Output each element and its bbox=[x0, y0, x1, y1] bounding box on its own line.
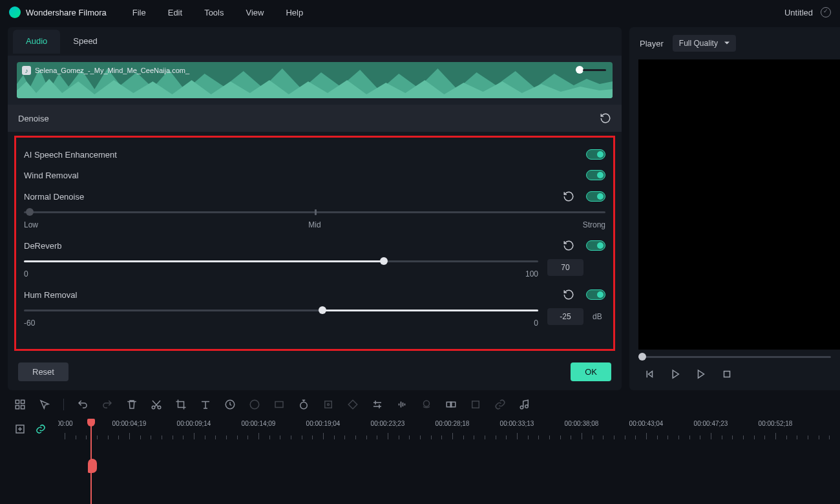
svg-rect-3 bbox=[16, 406, 19, 409]
menu-edit[interactable]: Edit bbox=[168, 8, 182, 17]
ruler-label: 00:00:04;19 bbox=[112, 420, 147, 427]
ruler-label: 00:00:33;13 bbox=[500, 420, 534, 427]
link-icon[interactable] bbox=[494, 399, 506, 410]
section-title: Denoise bbox=[18, 114, 49, 123]
group-icon[interactable] bbox=[445, 399, 457, 410]
svg-rect-4 bbox=[21, 406, 25, 409]
tab-speed[interactable]: Speed bbox=[60, 30, 110, 54]
player-viewport[interactable] bbox=[638, 59, 840, 350]
hum-value[interactable]: -25 bbox=[547, 308, 583, 325]
speed-icon[interactable] bbox=[224, 399, 236, 410]
link-toggle-icon[interactable] bbox=[35, 423, 47, 435]
reset-button[interactable]: Reset bbox=[18, 362, 68, 381]
svg-rect-9 bbox=[275, 402, 283, 408]
menu-file[interactable]: File bbox=[132, 8, 146, 17]
audio-adj-icon[interactable] bbox=[396, 399, 408, 410]
normal-denoise-toggle[interactable] bbox=[586, 191, 605, 202]
tracking-icon[interactable] bbox=[322, 399, 334, 410]
dereverb-value[interactable]: 70 bbox=[547, 259, 583, 276]
ai-speech-toggle[interactable] bbox=[586, 149, 605, 160]
add-track-icon[interactable] bbox=[14, 423, 26, 435]
svg-point-12 bbox=[328, 404, 330, 406]
menu-tools[interactable]: Tools bbox=[204, 8, 224, 17]
denoise-controls-group: AI Speech Enhancement Wind Removal Norma… bbox=[14, 136, 615, 351]
play-pause-icon[interactable] bbox=[669, 368, 681, 380]
menu-help[interactable]: Help bbox=[286, 8, 303, 17]
player-scrubber[interactable] bbox=[638, 356, 831, 358]
clip-filename: Selena_Gomez_-_My_Mind_Me_CeeNaija.com_ bbox=[35, 67, 189, 74]
hum-removal-slider[interactable] bbox=[24, 306, 538, 315]
timer-icon[interactable] bbox=[298, 399, 310, 410]
ruler-label: 00:00:19;04 bbox=[306, 420, 341, 427]
app-logo-icon bbox=[9, 6, 21, 18]
ruler-label: 00:00 bbox=[58, 420, 73, 427]
quality-select[interactable]: Full Quality bbox=[673, 35, 736, 52]
svg-point-6 bbox=[158, 406, 161, 409]
crop-icon[interactable] bbox=[175, 399, 187, 410]
music-note-icon: ♪ bbox=[22, 66, 31, 75]
menu-view[interactable]: View bbox=[246, 8, 264, 17]
panel-tabs: Audio Speed bbox=[8, 27, 622, 56]
text-icon[interactable] bbox=[200, 399, 211, 410]
redo-icon[interactable] bbox=[101, 399, 113, 410]
timeline-tracks[interactable] bbox=[0, 439, 840, 504]
ok-button[interactable]: OK bbox=[571, 362, 611, 381]
stop-icon[interactable] bbox=[721, 368, 733, 380]
ruler-label: 00:00:28;18 bbox=[436, 420, 470, 427]
document-title: Untitled bbox=[784, 8, 813, 17]
hum-unit: dB bbox=[593, 312, 605, 321]
ruler-label: 00:00:09;14 bbox=[177, 420, 211, 427]
cursor-icon[interactable] bbox=[39, 399, 50, 410]
svg-point-10 bbox=[300, 402, 308, 409]
normal-denoise-slider[interactable] bbox=[24, 207, 605, 216]
hum-min: -60 bbox=[24, 319, 35, 328]
hum-max: 0 bbox=[534, 319, 538, 328]
sync-status-icon[interactable] bbox=[821, 7, 831, 17]
svg-point-8 bbox=[250, 400, 259, 409]
player-panel: Player Full Quality bbox=[629, 27, 840, 390]
svg-point-5 bbox=[152, 406, 155, 409]
ruler-label: 00:00:52;18 bbox=[759, 420, 793, 427]
timeline-toolbar bbox=[0, 393, 840, 416]
dereverb-max: 100 bbox=[525, 269, 538, 278]
tab-audio[interactable]: Audio bbox=[13, 30, 60, 54]
normal-denoise-label: Normal Denoise bbox=[24, 192, 84, 202]
beat-icon[interactable] bbox=[519, 399, 530, 410]
dereverb-toggle[interactable] bbox=[586, 240, 605, 251]
audio-clip[interactable]: ♪ Selena_Gomez_-_My_Mind_Me_CeeNaija.com… bbox=[17, 62, 613, 98]
render-icon[interactable] bbox=[470, 399, 481, 410]
dereverb-slider[interactable] bbox=[24, 257, 538, 266]
ruler-label: 00:00:43;04 bbox=[629, 420, 664, 427]
playhead[interactable] bbox=[90, 419, 92, 504]
dereverb-reset-icon[interactable] bbox=[563, 240, 574, 251]
keyframe-icon[interactable] bbox=[347, 399, 359, 410]
wind-removal-toggle[interactable] bbox=[586, 170, 605, 180]
wind-removal-label: Wind Removal bbox=[24, 171, 79, 180]
hum-removal-label: Hum Removal bbox=[24, 290, 77, 300]
separator bbox=[63, 399, 64, 410]
grid-icon[interactable] bbox=[14, 399, 26, 410]
ruler-label: 00:00:14;09 bbox=[242, 420, 276, 427]
adjust-icon[interactable] bbox=[372, 399, 383, 410]
color-icon[interactable] bbox=[249, 399, 260, 410]
hum-removal-toggle[interactable] bbox=[586, 289, 605, 300]
slider-low-label: Low bbox=[24, 220, 38, 229]
hum-reset-icon[interactable] bbox=[563, 289, 574, 300]
cut-icon[interactable] bbox=[151, 399, 162, 410]
svg-rect-11 bbox=[325, 401, 332, 408]
effects-icon[interactable] bbox=[273, 399, 285, 410]
timeline-marker[interactable] bbox=[88, 459, 97, 473]
ruler-label: 00:00:23;23 bbox=[371, 420, 405, 427]
timeline: 00:0000:00:04;1900:00:09;1400:00:14;0900… bbox=[0, 416, 840, 504]
normal-denoise-reset-icon[interactable] bbox=[563, 191, 574, 202]
reset-section-icon[interactable] bbox=[600, 112, 611, 124]
timeline-ruler[interactable]: 00:0000:00:04;1900:00:09;1400:00:14;0900… bbox=[58, 419, 840, 439]
delete-icon[interactable] bbox=[126, 399, 138, 410]
undo-icon[interactable] bbox=[77, 399, 89, 410]
prev-frame-icon[interactable] bbox=[644, 368, 655, 380]
next-frame-icon[interactable] bbox=[695, 368, 707, 380]
mask-icon[interactable] bbox=[421, 399, 432, 410]
menubar: Wondershare Filmora File Edit Tools View… bbox=[0, 0, 840, 25]
ruler-label: 00:00:47;23 bbox=[694, 420, 728, 427]
ai-speech-label: AI Speech Enhancement bbox=[24, 150, 117, 160]
